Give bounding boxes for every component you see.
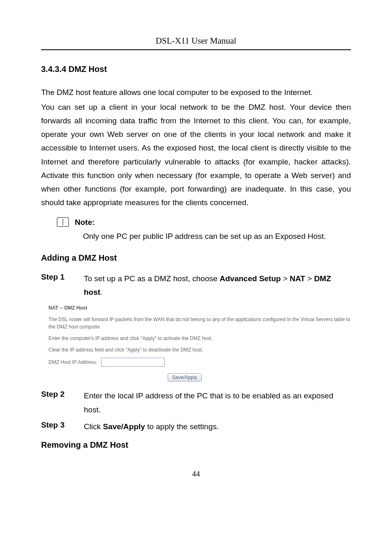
step-1: Step 1 To set up a PC as a DMZ host, cho… bbox=[41, 272, 351, 299]
removing-heading: Removing a DMZ Host bbox=[41, 439, 351, 451]
step-text: Click Save/Apply to apply the settings. bbox=[84, 420, 219, 433]
step-label: Step 1 bbox=[41, 272, 71, 299]
save-apply-button[interactable]: Save/Apply bbox=[168, 373, 202, 382]
dmz-ip-input[interactable] bbox=[101, 358, 165, 367]
screenshot-line1: The DSL router will forward IP packets f… bbox=[48, 316, 351, 331]
step-label: Step 3 bbox=[41, 420, 71, 433]
step-text: To set up a PC as a DMZ host, choose Adv… bbox=[84, 272, 351, 299]
screenshot-title: NAT -- DMZ Host bbox=[48, 305, 351, 312]
dmz-screenshot: NAT -- DMZ Host The DSL router will forw… bbox=[48, 305, 351, 382]
lead-sentence: The DMZ host feature allows one local co… bbox=[41, 86, 351, 99]
dmz-ip-label: DMZ Host IP Address: bbox=[48, 359, 97, 366]
note-text: Only one PC per public IP address can be… bbox=[83, 230, 351, 243]
body-paragraph: You can set up a client in your local ne… bbox=[41, 100, 351, 210]
screenshot-line2: Enter the computer's IP address and clic… bbox=[48, 335, 351, 342]
adding-heading: Adding a DMZ Host bbox=[41, 252, 351, 264]
note-block: Note: Only one PC per public IP address … bbox=[57, 217, 351, 243]
page-header-title: DSL-X11 User Manual bbox=[41, 35, 351, 50]
step-label: Step 2 bbox=[41, 389, 71, 416]
screenshot-line3: Clear the IP address field and click "Ap… bbox=[48, 346, 351, 354]
page-number: 44 bbox=[41, 469, 351, 480]
note-label: Note: bbox=[75, 217, 95, 228]
section-heading: 3.4.3.4 DMZ Host bbox=[41, 63, 351, 75]
book-icon bbox=[57, 217, 69, 227]
step-3: Step 3 Click Save/Apply to apply the set… bbox=[41, 420, 351, 433]
step-2: Step 2 Enter the local IP address of the… bbox=[41, 389, 351, 416]
step-text: Enter the local IP address of the PC tha… bbox=[84, 389, 351, 416]
